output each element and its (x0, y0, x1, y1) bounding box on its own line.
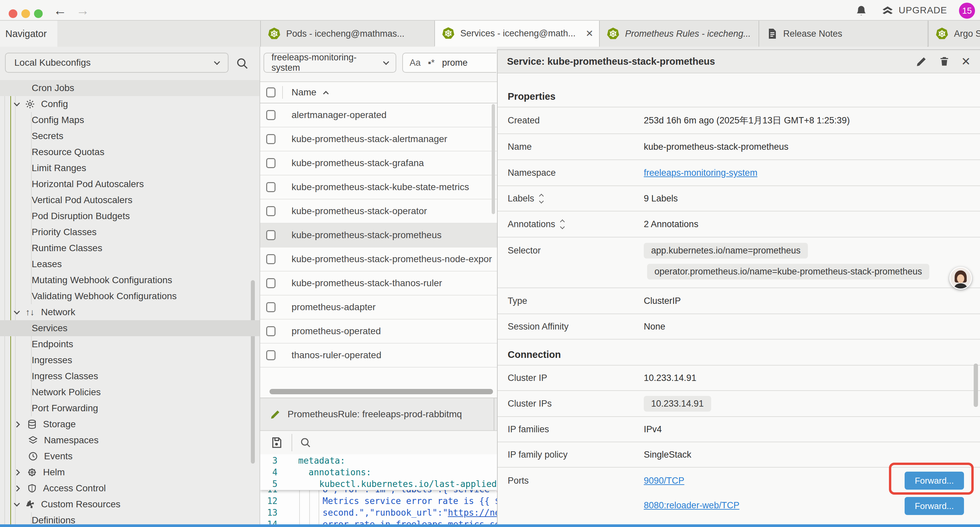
row-checkbox[interactable] (266, 182, 275, 192)
sidebar-item-mutating-webhook-configurations[interactable]: Mutating Webhook Configurations (0, 272, 259, 288)
list-search-input[interactable]: Aa ▪* prome (402, 53, 496, 73)
row-checkbox[interactable] (266, 134, 275, 144)
runbook-url-link[interactable]: https://net (448, 508, 497, 517)
sidebar-item-ingress-classes[interactable]: Ingress Classes (0, 368, 259, 384)
namespace-select[interactable]: freeleaps-monitoring-system (264, 53, 396, 73)
column-header-name[interactable]: Name (291, 87, 317, 98)
sidebar-item-endpoints[interactable]: Endpoints (0, 336, 259, 352)
row-checkbox[interactable] (266, 302, 275, 312)
sidebar-item-pod-disruption-budgets[interactable]: Pod Disruption Budgets (0, 208, 259, 224)
maximize-window-button[interactable] (34, 10, 43, 18)
tab-prometheus-rules[interactable]: Prometheus Rules - icecheng... (599, 21, 759, 47)
dock-tab-next-partial[interactable] (494, 398, 497, 430)
regex-icon[interactable]: ▪* (428, 58, 434, 68)
forward-button[interactable]: → (76, 2, 89, 19)
sidebar-item-cron-jobs[interactable]: Cron Jobs (0, 80, 259, 96)
row-checkbox[interactable] (266, 206, 275, 216)
avatar[interactable] (949, 267, 972, 290)
row-checkbox[interactable] (266, 326, 275, 336)
sidebar-item-network-policies[interactable]: Network Policies (0, 384, 259, 400)
dock-tab-prometheusrule[interactable]: PrometheusRule: freeleaps-prod-rabbitmq (260, 398, 494, 430)
expand-collapse-icon[interactable] (561, 220, 564, 228)
chevron-right-icon[interactable] (14, 485, 20, 491)
namespace-link[interactable]: freeleaps-monitoring-system (644, 168, 757, 178)
sidebar-item-priority-classes[interactable]: Priority Classes (0, 224, 259, 240)
editor-search-icon[interactable] (299, 436, 312, 449)
close-tab-icon[interactable]: ✕ (586, 28, 593, 39)
table-row[interactable]: kube-prometheus-stack-alertmanager (260, 127, 497, 151)
sidebar-group-access-control[interactable]: Access Control (0, 480, 259, 496)
chevron-right-icon[interactable] (14, 421, 20, 427)
sidebar-item-runtime-classes[interactable]: Runtime Classes (0, 240, 259, 256)
row-checkbox[interactable] (266, 110, 275, 120)
chevron-down-icon[interactable] (14, 308, 20, 314)
sidebar-item-leases[interactable]: Leases (0, 256, 259, 272)
notification-count-badge[interactable]: 15 (959, 3, 975, 19)
sidebar-item-vertical-pod-autoscalers[interactable]: Vertical Pod Autoscalers (0, 192, 259, 208)
sidebar-group-config[interactable]: Config (0, 96, 259, 112)
table-row[interactable]: kube-prometheus-stack-kube-state-metrics (260, 175, 497, 199)
table-row[interactable]: prometheus-operated (260, 320, 497, 344)
labels-count[interactable]: 9 Labels (644, 193, 678, 204)
back-button[interactable]: ← (53, 2, 67, 19)
table-row[interactable]: kube-prometheus-stack-operator (260, 199, 497, 223)
table-row[interactable]: kube-prometheus-stack-grafana (260, 151, 497, 175)
save-icon[interactable] (270, 436, 283, 449)
select-all-checkbox[interactable] (266, 88, 275, 97)
port-link-8080[interactable]: 8080:reloader-web/TCP (644, 500, 740, 511)
table-row[interactable]: prometheus-adapter (260, 296, 497, 320)
table-row[interactable]: thanos-ruler-operated (260, 344, 497, 368)
edit-pencil-icon[interactable] (916, 56, 927, 67)
sidebar-item-resource-quotas[interactable]: Resource Quotas (0, 144, 259, 160)
notifications-bell-icon[interactable] (855, 4, 868, 17)
forward-button-8080[interactable]: Forward... (905, 497, 964, 515)
sidebar-group-storage[interactable]: Storage (0, 416, 259, 432)
row-checkbox[interactable] (266, 158, 275, 168)
kubeconfig-select[interactable]: Local Kubeconfigs (5, 53, 229, 73)
sidebar-item-validating-webhook-configurations[interactable]: Validating Webhook Configurations (0, 288, 259, 304)
tab-argo[interactable]: Argo Se (928, 21, 980, 47)
list-vertical-scrollbar[interactable] (492, 104, 495, 214)
chevron-right-icon[interactable] (14, 469, 20, 475)
expand-collapse-icon[interactable] (540, 194, 543, 203)
row-checkbox[interactable] (266, 254, 275, 264)
sidebar-item-port-forwarding[interactable]: Port Forwarding (0, 400, 259, 416)
sidebar-item-services[interactable]: Services (0, 320, 259, 336)
tab-pods[interactable]: Pods - icecheng@mathmas... (260, 21, 434, 47)
minimize-window-button[interactable] (21, 10, 30, 18)
match-case-icon[interactable]: Aa (410, 58, 421, 68)
row-checkbox[interactable] (266, 350, 275, 360)
section-connection: Connection (498, 339, 980, 365)
close-panel-icon[interactable]: ✕ (961, 55, 971, 68)
table-row[interactable]: kube-prometheus-stack-prometheus-node-ex… (260, 247, 497, 272)
sidebar-item-limit-ranges[interactable]: Limit Ranges (0, 160, 259, 176)
sidebar-item-ingresses[interactable]: Ingresses (0, 352, 259, 368)
horizontal-scrollbar-thumb[interactable] (269, 389, 493, 394)
editor-line-12: Metrics service error rate is {{ $va (260, 495, 497, 507)
tab-release-notes[interactable]: Release Notes (759, 21, 927, 47)
sidebar-group-namespaces[interactable]: Namespaces (0, 432, 259, 448)
details-scrollbar[interactable] (974, 363, 978, 407)
row-checkbox[interactable] (266, 278, 275, 288)
sidebar-group-events[interactable]: Events (0, 448, 259, 464)
chevron-down-icon[interactable] (14, 500, 20, 506)
sidebar-group-custom-resources[interactable]: Custom Resources (0, 496, 259, 512)
table-row[interactable]: alertmanager-operated (260, 103, 497, 127)
yaml-editor[interactable]: 11o","for":"1m","labels":{"service": 12M… (260, 454, 497, 525)
delete-trash-icon[interactable] (939, 56, 950, 67)
annotations-count[interactable]: 2 Annotations (644, 219, 698, 229)
table-row[interactable]: kube-prometheus-stack-thanos-ruler (260, 272, 497, 296)
sidebar-item-config-maps[interactable]: Config Maps (0, 112, 259, 128)
row-checkbox[interactable] (266, 230, 275, 240)
close-window-button[interactable] (9, 10, 18, 18)
sidebar-item-horizontal-pod-autoscalers[interactable]: Horizontal Pod Autoscalers (0, 176, 259, 192)
port-link-9090[interactable]: 9090/TCP (644, 476, 684, 486)
tab-services[interactable]: Services - icecheng@math... ✕ (434, 21, 599, 47)
sidebar-item-secrets[interactable]: Secrets (0, 128, 259, 144)
table-row-selected[interactable]: kube-prometheus-stack-prometheus (260, 223, 497, 247)
sidebar-group-network[interactable]: ↑↓Network (0, 304, 259, 320)
sidebar-group-helm[interactable]: Helm (0, 464, 259, 480)
sidebar-search-icon[interactable] (235, 57, 249, 70)
upgrade-button[interactable]: UPGRADE (881, 4, 947, 17)
chevron-down-icon[interactable] (14, 100, 20, 106)
